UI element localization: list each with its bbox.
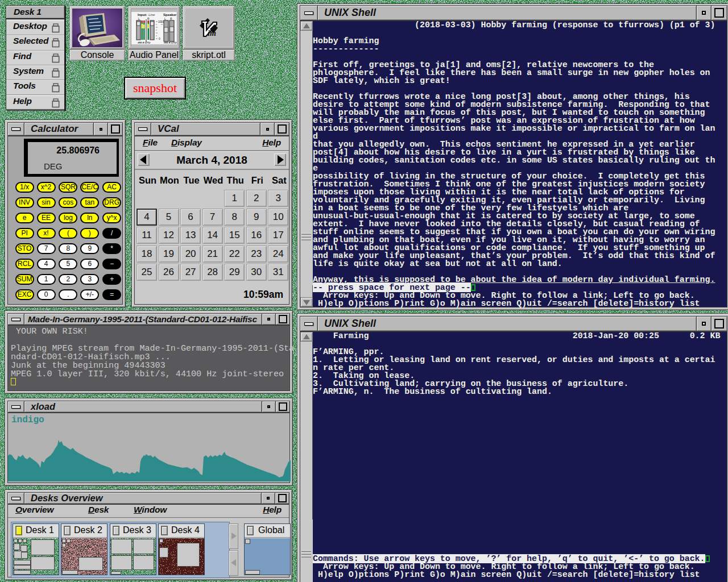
svg-text:-##.# kHz: -##.# kHz [137,41,151,44]
svg-text:R: R [147,17,150,20]
svg-text:0: 0 [159,37,160,40]
svg-text:im: im [208,29,216,38]
svg-text:Input:: Input: [138,13,147,16]
svg-text:L: L [138,17,140,20]
svg-text:Speaker: Speaker [163,13,177,16]
svg-text:R: R [170,17,172,20]
svg-text:L: L [164,17,166,20]
svg-text:Line: Line [148,13,155,16]
svg-text:-##.# kHz: -##.# kHz [163,41,177,44]
